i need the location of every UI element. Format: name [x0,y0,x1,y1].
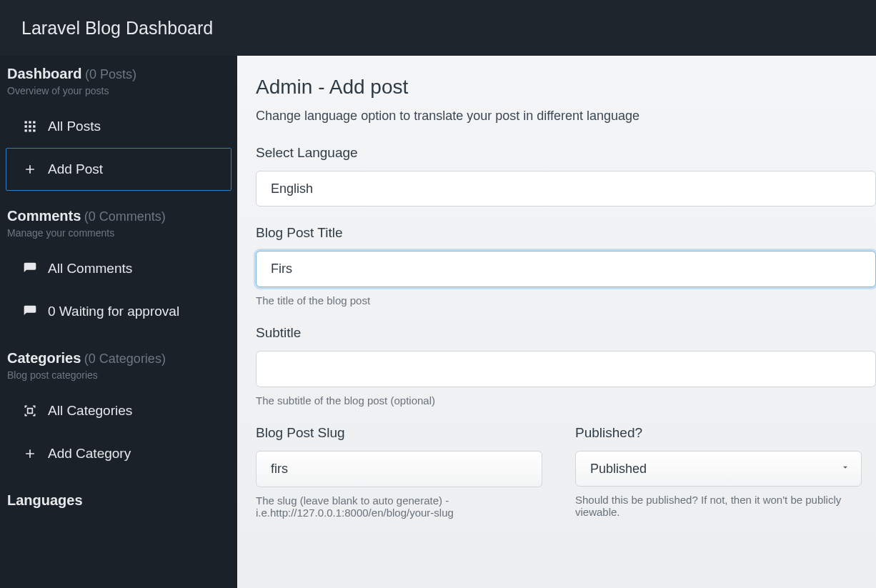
plus-icon [22,447,38,461]
field-language: Select Language English [256,145,876,206]
language-label: Select Language [256,145,876,161]
page-subtitle: Change language option to translate your… [256,109,876,124]
field-slug: Blog Post Slug The slug (leave blank to … [256,425,542,519]
sidebar-dashboard-count: (0 Posts) [85,67,136,81]
sidebar-dashboard-subtitle: Overview of your posts [7,85,230,96]
sidebar-item-label: 0 Waiting for approval [48,304,179,319]
comments-icon [22,261,38,276]
object-group-icon [22,404,38,418]
subtitle-label: Subtitle [256,325,876,341]
title-help: The title of the blog post [256,294,876,307]
subtitle-input[interactable] [256,351,876,387]
sidebar-group-dashboard: Dashboard (0 Posts) Overview of your pos… [0,56,237,101]
sidebar-group-languages: Languages [0,482,237,513]
page-title: Admin - Add post [256,76,876,99]
sidebar-item-all-comments[interactable]: All Comments [6,247,232,290]
field-title: Blog Post Title The title of the blog po… [256,225,876,307]
sidebar-item-label: Add Post [48,161,103,177]
sidebar-group-comments: Comments (0 Comments) Manage your commen… [0,198,237,243]
field-subtitle: Subtitle The subtitle of the blog post (… [256,325,876,407]
app-title: Laravel Blog Dashboard [21,18,213,39]
plus-icon [22,162,38,176]
sidebar-item-add-post[interactable]: Add Post [6,148,232,191]
comments-icon [22,304,38,319]
slug-help: The slug (leave blank to auto generate) … [256,494,542,519]
sidebar-item-waiting-approval[interactable]: 0 Waiting for approval [6,290,232,333]
sidebar-item-add-category[interactable]: Add Category [6,432,232,475]
main-content: Admin - Add post Change language option … [237,56,876,588]
sidebar-categories-title: Categories [7,350,81,366]
published-label: Published? [575,425,862,441]
sidebar-categories-subtitle: Blog post categories [7,369,230,381]
sidebar-item-label: All Categories [48,403,132,419]
published-select[interactable]: Published [575,451,862,487]
sidebar-comments-title: Comments [7,208,81,224]
sidebar-item-all-posts[interactable]: All Posts [6,105,232,148]
title-label: Blog Post Title [256,225,876,241]
sidebar-comments-count: (0 Comments) [84,209,166,224]
sidebar-languages-title: Languages [7,492,83,508]
published-help: Should this be published? If not, then i… [575,494,862,518]
sidebar-dashboard-title: Dashboard [7,66,81,81]
sidebar-categories-count: (0 Categories) [84,352,166,366]
grid-icon [22,119,38,134]
topbar: Laravel Blog Dashboard [0,0,876,56]
sidebar-group-categories: Categories (0 Categories) Blog post cate… [0,340,237,385]
slug-input[interactable] [256,451,542,487]
sidebar-item-label: Add Category [48,446,131,462]
slug-label: Blog Post Slug [256,425,542,441]
subtitle-help: The subtitle of the blog post (optional) [256,394,876,407]
field-published: Published? Published Should this be publ… [575,425,862,518]
sidebar-item-label: All Posts [48,119,101,134]
sidebar-item-label: All Comments [48,261,132,276]
sidebar-comments-subtitle: Manage your comments [7,227,230,239]
title-input[interactable] [256,251,876,287]
sidebar: Dashboard (0 Posts) Overview of your pos… [0,56,237,588]
language-select[interactable]: English [256,171,876,206]
sidebar-item-all-categories[interactable]: All Categories [6,389,232,432]
